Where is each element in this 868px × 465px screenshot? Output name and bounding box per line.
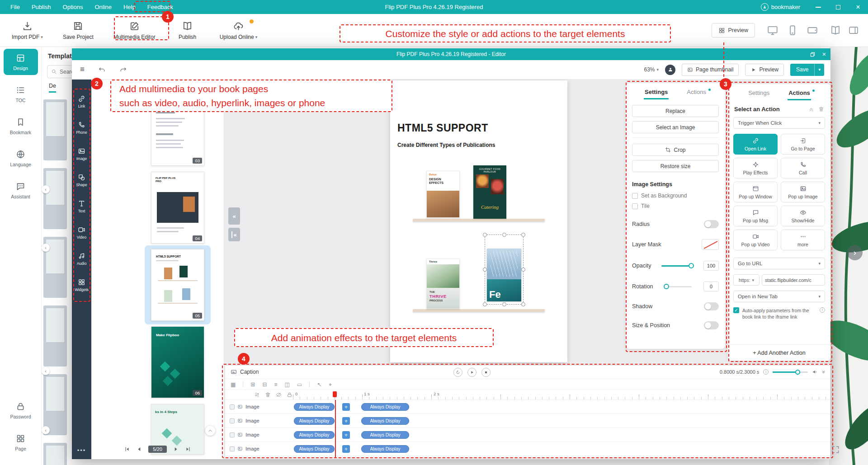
phone-preview-icon[interactable] (787, 24, 798, 36)
resize-handle-ne[interactable] (521, 233, 525, 237)
hamburger-menu-icon[interactable]: ≡ (80, 65, 85, 74)
tool-link[interactable]: Link (78, 95, 85, 108)
tool-audio[interactable]: Audio (77, 252, 87, 266)
frame-icon[interactable]: ▭ (297, 381, 302, 388)
timeline-ruler[interactable]: 0 1 s 2 s (225, 390, 830, 400)
add-keyframe-button[interactable]: + (342, 403, 350, 411)
page-thumb-06[interactable]: Make Flipboo 06 (151, 326, 204, 398)
display-segment[interactable]: Always Display (361, 431, 409, 439)
cover-design-effects[interactable]: Dulux DESIGN EFFECTS (426, 171, 460, 218)
undo-icon[interactable] (98, 66, 106, 74)
save-button[interactable]: Save ▾ (790, 64, 824, 76)
page-thumb-04[interactable]: FLIP PDF PLUS PRO 04 (151, 172, 204, 244)
set-as-background-checkbox[interactable]: Set as Background (632, 193, 719, 199)
menu-publish[interactable]: Publish (26, 0, 57, 14)
tab-settings[interactable]: Settings (747, 88, 770, 100)
save-project-button[interactable]: Save Project (63, 21, 94, 40)
chevron-left-icon[interactable]: ‹ (42, 185, 50, 193)
trash-icon[interactable] (265, 392, 271, 398)
cover-thrive[interactable]: Thrive THE THRIVE PROCESS (426, 258, 460, 309)
radius-toggle[interactable] (704, 220, 719, 228)
collapse-thumbs-button[interactable] (205, 426, 215, 436)
sidebar-item-bookmark[interactable]: Bookmark (4, 113, 38, 139)
template-thumb[interactable] (43, 305, 67, 366)
display-segment[interactable]: Always Display (361, 403, 409, 411)
save-dropdown-caret[interactable]: ▾ (815, 67, 824, 72)
track-checkbox[interactable] (230, 446, 235, 451)
target-icon[interactable]: ⌖ (329, 381, 332, 388)
resize-handle-nw[interactable] (483, 233, 487, 237)
track-checkbox[interactable] (230, 418, 235, 423)
hide-icon[interactable] (276, 392, 282, 398)
cover-gourmet-food[interactable]: GOURMET FOOD PARLOUR Catering (473, 165, 506, 219)
minimize-button[interactable] (808, 0, 828, 14)
action-show-hide[interactable]: Show/Hide (781, 206, 825, 226)
preview-button[interactable]: Preview (712, 23, 755, 38)
multimedia-editor-button[interactable]: Multimedia Editor (113, 21, 156, 40)
resize-handle-sw[interactable] (483, 302, 487, 306)
add-keyframe-button[interactable]: + (342, 417, 350, 425)
sidebar-item-password[interactable]: Password (4, 397, 38, 423)
play-button[interactable] (467, 368, 476, 377)
action-more[interactable]: more (781, 230, 825, 250)
sidebar-item-page[interactable]: Page (4, 429, 38, 456)
collapse-all-icon[interactable] (808, 106, 814, 112)
fullscreen-icon[interactable] (831, 445, 840, 454)
reorder-icon[interactable] (254, 392, 260, 398)
stop-button[interactable] (481, 368, 491, 377)
action-pop-up-msg[interactable]: Pop up Msg (733, 206, 778, 226)
tab-actions[interactable]: Actions (788, 88, 811, 100)
opacity-slider[interactable] (661, 265, 693, 267)
tool-text[interactable]: Text (78, 200, 85, 213)
tab-settings[interactable]: Settings (644, 87, 669, 99)
tablet-preview-icon[interactable] (807, 24, 818, 36)
selection-box[interactable] (485, 235, 524, 305)
crop-button[interactable]: Crop (632, 144, 719, 156)
url-mode-dropdown[interactable]: Go to URL▾ (733, 258, 825, 269)
template-tab[interactable]: De (49, 83, 56, 93)
rotation-slider[interactable] (665, 286, 692, 287)
align-center-icon[interactable]: ⊟ (262, 381, 267, 388)
desktop-preview-icon[interactable] (767, 24, 778, 36)
collapse-panel-button[interactable]: « (228, 207, 240, 225)
distribute-icon[interactable]: ◫ (284, 381, 289, 388)
add-keyframe-button[interactable]: + (342, 445, 350, 453)
timeline-zoom-slider[interactable] (773, 371, 808, 373)
restore-size-button[interactable]: Restore size (632, 160, 719, 172)
resize-handle-w[interactable] (483, 268, 487, 272)
resize-handle-e[interactable] (521, 268, 525, 272)
chevron-left-icon[interactable]: ‹ (42, 367, 50, 375)
volume-icon[interactable] (812, 369, 818, 375)
next-arrow-button[interactable]: › (847, 245, 863, 260)
page-thumb-05-selected[interactable]: HTML5 SUPPORT 05 (151, 249, 204, 321)
opacity-input[interactable]: 100 (703, 261, 719, 271)
publish-button[interactable]: Publish (175, 21, 200, 40)
account-avatar[interactable] (665, 65, 675, 75)
layer-mask-picker[interactable] (702, 239, 719, 250)
caption-header[interactable]: Caption (231, 369, 259, 375)
action-pop-up-image[interactable]: Pop up Image (781, 182, 825, 202)
auto-apply-checkbox-row[interactable]: ✓ Auto-apply parameters from the book li… (733, 307, 825, 320)
action-go-to-page[interactable]: Go to Page (781, 134, 825, 155)
book-spread-icon[interactable] (830, 25, 841, 36)
track-row[interactable]: Image Always Display + Always Display (225, 400, 830, 414)
editor-close-icon[interactable]: × (822, 51, 826, 57)
close-button[interactable]: × (848, 0, 868, 14)
maximize-button[interactable] (828, 0, 848, 14)
resize-handle-s[interactable] (502, 302, 506, 306)
track-row[interactable]: Image Always Display + Always Display (225, 442, 830, 456)
track-checkbox[interactable] (230, 432, 235, 437)
resize-handle-n[interactable] (502, 233, 506, 237)
display-segment[interactable]: Always Display (361, 417, 409, 425)
editor-titlebar[interactable]: Flip PDF Plus Pro 4.26.19 Registered - E… (72, 48, 830, 60)
action-call[interactable]: Call (781, 158, 825, 178)
track-row[interactable]: Image Always Display + Always Display (225, 428, 830, 442)
menu-online[interactable]: Online (89, 0, 118, 14)
align-right-icon[interactable]: ≡ (274, 381, 277, 388)
replay-button[interactable] (453, 368, 462, 377)
playhead-line[interactable] (335, 400, 336, 457)
tool-phone[interactable]: Phone (76, 121, 87, 135)
menu-feedback[interactable]: Feedback (142, 0, 179, 14)
protocol-select[interactable]: https:▾ (733, 274, 760, 286)
display-segment[interactable]: Always Display (294, 445, 335, 453)
